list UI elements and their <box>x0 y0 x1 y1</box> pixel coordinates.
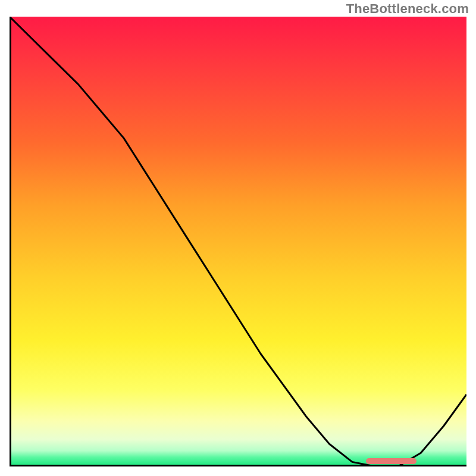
trough-marker <box>366 458 416 464</box>
chart-container: TheBottleneck.com <box>0 0 476 476</box>
data-curve <box>10 17 466 466</box>
attribution-text: TheBottleneck.com <box>346 1 469 17</box>
curve-svg <box>10 17 466 466</box>
plot-area <box>10 17 466 466</box>
